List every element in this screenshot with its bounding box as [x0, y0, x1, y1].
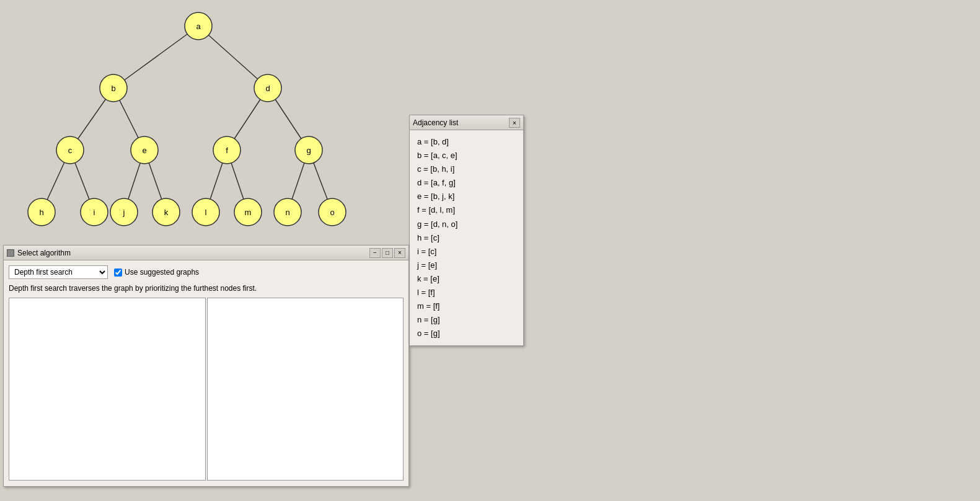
svg-text:m: m: [245, 208, 252, 217]
svg-text:l: l: [205, 208, 207, 217]
adjacency-titlebar: Adjacency list ×: [410, 115, 523, 130]
dialog-content: Depth first searchBreadth first searchDi…: [4, 260, 408, 485]
svg-text:d: d: [265, 84, 270, 93]
close-button[interactable]: ×: [394, 248, 405, 258]
algorithm-dialog: Select algorithm − □ × Depth first searc…: [3, 245, 409, 487]
algorithm-description: Depth first search traverses the graph b…: [9, 284, 404, 293]
node-k[interactable]: k: [152, 198, 180, 226]
adjacency-close-button[interactable]: ×: [509, 118, 520, 128]
svg-text:c: c: [68, 146, 73, 155]
svg-text:f: f: [226, 146, 228, 155]
adjacency-entry: e = [b, j, k]: [417, 190, 516, 203]
minimize-button[interactable]: −: [369, 248, 381, 258]
adjacency-entry: k = [e]: [417, 272, 516, 286]
svg-text:j: j: [123, 208, 125, 217]
dialog-icon: [7, 249, 14, 257]
node-f[interactable]: f: [213, 136, 241, 164]
svg-text:i: i: [94, 208, 95, 217]
panels-row: [9, 298, 404, 481]
graph-canvas: abdcefghijklmno: [0, 0, 409, 242]
dialog-title: Select algorithm: [17, 249, 71, 257]
adjacency-dialog: Adjacency list × a = [b, d]b = [a, c, e]…: [409, 115, 524, 346]
node-e[interactable]: e: [131, 136, 158, 164]
adjacency-entry: a = [b, d]: [417, 135, 516, 149]
adjacency-content: a = [b, d]b = [a, c, e]c = [b, h, i]d = …: [410, 130, 523, 345]
node-i[interactable]: i: [81, 198, 108, 226]
node-h[interactable]: h: [28, 198, 55, 226]
right-panel: [207, 298, 404, 481]
adjacency-title: Adjacency list: [413, 118, 458, 127]
node-a[interactable]: a: [185, 12, 212, 40]
node-c[interactable]: c: [56, 136, 84, 164]
edge-a-b: [113, 26, 198, 88]
adjacency-entry: f = [d, l, m]: [417, 203, 516, 217]
adjacency-entry: h = [c]: [417, 231, 516, 245]
node-l[interactable]: l: [192, 198, 219, 226]
svg-text:o: o: [330, 208, 334, 217]
dialog-controls: − □ ×: [369, 248, 405, 258]
algorithm-row: Depth first searchBreadth first searchDi…: [9, 265, 404, 279]
node-n[interactable]: n: [274, 198, 301, 226]
svg-text:g: g: [306, 146, 311, 155]
svg-text:k: k: [164, 208, 169, 217]
svg-text:h: h: [39, 208, 43, 217]
adjacency-entry: l = [f]: [417, 286, 516, 299]
adjacency-entry: i = [c]: [417, 245, 516, 259]
node-d[interactable]: d: [254, 74, 281, 102]
adjacency-entry: n = [g]: [417, 313, 516, 327]
adjacency-entry: d = [a, f, g]: [417, 176, 516, 190]
use-suggested-checkbox[interactable]: [114, 268, 122, 277]
maximize-button[interactable]: □: [382, 248, 393, 258]
adjacency-entry: c = [b, h, i]: [417, 162, 516, 176]
use-suggested-text: Use suggested graphs: [125, 268, 199, 277]
adjacency-entry: j = [e]: [417, 259, 516, 272]
node-b[interactable]: b: [100, 74, 127, 102]
svg-text:a: a: [196, 22, 201, 31]
adjacency-entry: g = [d, n, o]: [417, 218, 516, 231]
node-j[interactable]: j: [110, 198, 138, 226]
svg-text:e: e: [142, 146, 146, 155]
adjacency-entry: o = [g]: [417, 327, 516, 340]
node-o[interactable]: o: [319, 198, 346, 226]
node-m[interactable]: m: [234, 198, 262, 226]
dialog-titlebar: Select algorithm − □ ×: [4, 246, 408, 260]
adjacency-entry: b = [a, c, e]: [417, 149, 516, 162]
left-panel: [9, 298, 206, 481]
adjacency-entry: m = [f]: [417, 299, 516, 313]
use-suggested-label[interactable]: Use suggested graphs: [114, 268, 199, 277]
svg-text:n: n: [285, 208, 289, 217]
algorithm-select[interactable]: Depth first searchBreadth first searchDi…: [9, 265, 108, 279]
node-g[interactable]: g: [295, 136, 322, 164]
svg-text:b: b: [111, 84, 115, 93]
